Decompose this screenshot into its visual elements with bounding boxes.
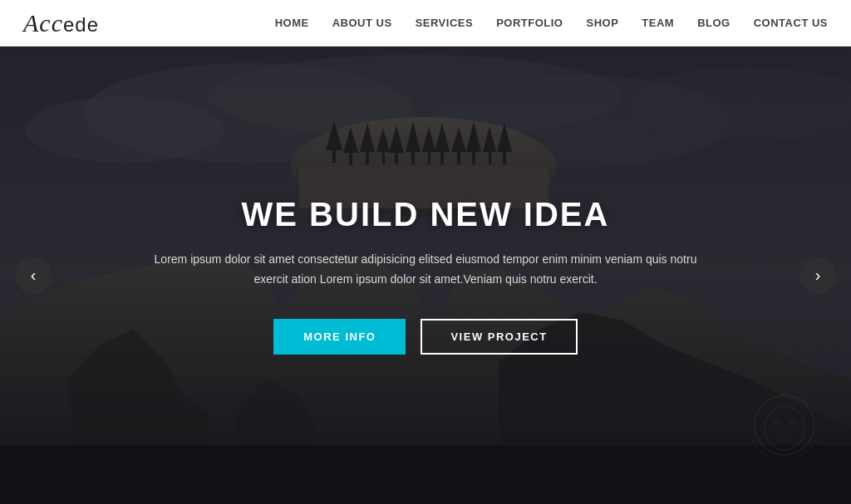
svg-point-38 <box>755 395 814 455</box>
hero-title: WE BUILD NEW IDEA <box>150 196 701 233</box>
view-project-button[interactable]: VIEW PROJECT <box>421 319 577 355</box>
arrow-left-icon: ‹ <box>31 266 37 285</box>
header: Accede HOME ABOUT US SERVICES PORTFOLIO … <box>0 0 851 46</box>
svg-marker-42 <box>780 430 789 435</box>
nav-portfolio[interactable]: PORTFOLIO <box>496 17 563 29</box>
arrow-right-icon: › <box>815 266 821 285</box>
watermark-icon <box>735 380 834 496</box>
svg-point-39 <box>765 406 804 450</box>
hero-buttons: MORE INFO VIEW PROJECT <box>150 319 701 355</box>
nav-contact[interactable]: CONTACT US <box>754 17 828 29</box>
hero-description: Lorem ipsum dolor sit amet consectetur a… <box>150 250 701 290</box>
nav-home[interactable]: HOME <box>275 17 309 29</box>
carousel-prev-button[interactable]: ‹ <box>15 257 52 294</box>
logo-text: Acc <box>23 9 63 37</box>
logo-rest: ede <box>63 13 99 36</box>
main-nav: HOME ABOUT US SERVICES PORTFOLIO SHOP TE… <box>275 17 828 29</box>
svg-point-40 <box>773 418 781 427</box>
nav-services[interactable]: SERVICES <box>416 17 474 29</box>
logo: Accede <box>23 9 99 37</box>
nav-team[interactable]: TEAM <box>642 17 674 29</box>
more-info-button[interactable]: MORE INFO <box>273 319 406 355</box>
nav-blog[interactable]: BLOG <box>697 17 730 29</box>
hero-section: ‹ WE BUILD NEW IDEA Lorem ipsum dolor si… <box>0 46 851 504</box>
carousel-next-button[interactable]: › <box>799 257 836 294</box>
nav-about[interactable]: ABOUT US <box>332 17 392 29</box>
hero-content: WE BUILD NEW IDEA Lorem ipsum dolor sit … <box>0 196 851 355</box>
nav-shop[interactable]: SHOP <box>586 17 618 29</box>
svg-point-41 <box>789 418 797 427</box>
